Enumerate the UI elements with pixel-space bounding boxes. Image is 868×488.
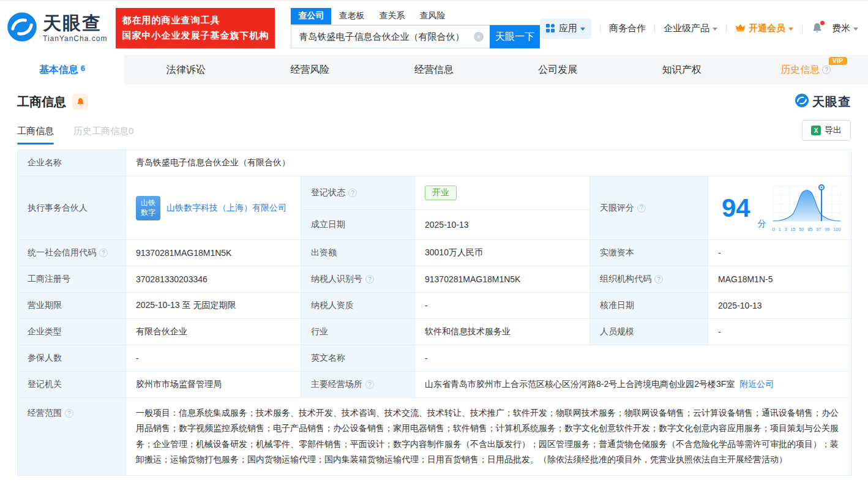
nav-cooperation-label: 商务合作 [609, 23, 646, 34]
tab-label: 经营风险 [290, 64, 329, 77]
notifications-bell-icon[interactable] [811, 22, 823, 34]
search-button[interactable]: 天眼一下 [490, 25, 540, 48]
tab-intellectual-property[interactable]: 知识产权 [620, 55, 744, 84]
search-tab-risk[interactable]: 查风险 [412, 8, 452, 24]
address-label: 主要经营场所 [301, 372, 415, 398]
logo-title: 天眼查 [43, 14, 107, 32]
nav-enterprise-products[interactable]: 企业级产品 [664, 23, 717, 34]
main-content: 工商信息 天眼查 工商信息 历史工商信息0 导出 [0, 84, 868, 476]
search-tab-boss[interactable]: 查老板 [331, 8, 372, 24]
authority-value: 胶州市市场监督管理局 [126, 372, 301, 398]
divider [654, 24, 655, 32]
company-tab-bar: 基本信息 6 法律诉讼 经营风险 经营信息 公司发展 知识产权 VIP 历史信息 [0, 55, 868, 84]
score-value: 94 [722, 195, 750, 221]
nav-cooperation[interactable]: 商务合作 [609, 23, 646, 34]
help-icon[interactable] [365, 275, 374, 283]
partner-company-link[interactable]: 山铁数字科技（上海）有限公司 [166, 203, 286, 214]
help-icon[interactable] [348, 189, 357, 197]
nearby-companies-link[interactable]: 附近公司 [739, 379, 774, 389]
executive-partner-cell: 山铁 数字 山铁数字科技（上海）有限公司 [126, 176, 301, 240]
partner-avatar[interactable]: 山铁 数字 [136, 196, 160, 220]
taxpayer-id-value: 91370281MAG18M1N5K [415, 266, 590, 293]
divider [802, 24, 803, 32]
taxpayer-id-label: 纳税人识别号 [301, 266, 415, 293]
capital-value: 30010万人民币 [415, 240, 590, 266]
table-row: 工商注册号 370281330203346 纳税人识别号 91370281MAG… [18, 266, 851, 293]
tab-legal[interactable]: 法律诉讼 [124, 55, 249, 84]
scope-value: 一般项目：信息系统集成服务；技术服务、技术开发、技术咨询、技术交流、技术转让、技… [126, 398, 851, 476]
corner-logo-text: 天眼查 [812, 94, 851, 110]
tab-history-info[interactable]: VIP 历史信息 [744, 55, 868, 84]
address-value: 山东省青岛市胶州市上合示范区核心区汾河路8-2号上合跨境电商创业园2号楼3F室 [425, 379, 735, 389]
search-tab-relation[interactable]: 查关系 [372, 8, 412, 24]
help-icon[interactable] [822, 66, 831, 74]
divider [600, 24, 600, 32]
reg-status-label: 登记状态 [301, 176, 415, 210]
tab-operation-risk[interactable]: 经营风险 [248, 55, 372, 84]
nav-enterprise-label: 企业级产品 [664, 23, 709, 34]
subtab-history-business-info[interactable]: 历史工商信息0 [73, 126, 133, 145]
help-icon[interactable] [99, 249, 108, 257]
table-row: 经营范围 一般项目：信息系统集成服务；技术服务、技术开发、技术咨询、技术交流、技… [18, 398, 851, 476]
table-row: 统一社会信用代码 91370281MAG18M1N5K 出资额 30010万人民… [18, 240, 851, 266]
score-unit: 分 [758, 219, 766, 232]
chevron-down-icon [713, 28, 717, 31]
apps-grid-icon [546, 24, 555, 32]
nav-user-menu[interactable]: 费米 [832, 23, 858, 34]
nav-open-vip[interactable]: 开通会员 [735, 22, 793, 34]
paid-capital-label: 实缴资本 [590, 240, 708, 266]
insured-value: - [126, 345, 301, 372]
tab-label: 历史信息 [780, 64, 820, 77]
staff-size-label: 人员规模 [590, 319, 708, 345]
status-badge: 开业 [425, 186, 457, 200]
help-icon[interactable] [65, 409, 73, 418]
subtab-business-info[interactable]: 工商信息 [17, 126, 54, 145]
paid-capital-value: - [708, 240, 851, 266]
org-code-value: MAG18M1N-5 [708, 266, 851, 293]
score-cell: 94 分 [708, 176, 851, 240]
score-label: 天眼评分 [590, 176, 708, 240]
industry-label: 行业 [301, 319, 415, 345]
nav-vip-label: 开通会员 [749, 23, 785, 34]
search-input[interactable] [291, 25, 490, 48]
nav-apps[interactable]: 应用 [540, 18, 591, 39]
tab-label: 经营信息 [414, 64, 454, 77]
tab-label: 法律诉讼 [166, 64, 206, 77]
score-axis-ticks: 01 315 5085 9799 100 [773, 227, 841, 232]
section-title: 工商信息 [17, 94, 66, 110]
help-icon[interactable] [365, 380, 374, 389]
export-button[interactable]: 导出 [802, 120, 851, 141]
clear-search-icon[interactable] [474, 32, 484, 42]
nav-apps-label: 应用 [559, 23, 577, 34]
insured-label: 参保人数 [18, 345, 126, 372]
company-type-value: 有限合伙企业 [126, 319, 301, 345]
help-icon[interactable] [637, 204, 646, 212]
top-nav: 应用 商务合作 企业级产品 开通会员 费米 [540, 18, 858, 39]
divider [726, 24, 727, 32]
company-name-label: 企业名称 [18, 150, 126, 176]
search-tabs: 查公司 查老板 查关系 查风险 [291, 8, 540, 25]
executive-partner-label: 执行事务合伙人 [18, 176, 126, 240]
industry-value: 软件和信息技术服务业 [415, 319, 590, 345]
establish-date-label: 成立日期 [301, 210, 415, 240]
tianyancha-logo[interactable]: 天眼查 TianYanCha.com [6, 11, 107, 45]
establish-date-value: 2025-10-13 [415, 210, 590, 240]
taxpayer-quality-value: - [415, 293, 590, 319]
help-icon[interactable] [654, 275, 663, 283]
tab-company-development[interactable]: 公司发展 [496, 55, 620, 84]
taxpayer-quality-label: 纳税人资质 [301, 293, 415, 319]
table-row: 参保人数 - 英文名称 - [18, 345, 851, 372]
term-value: 2025-10-13 至 无固定期限 [126, 293, 301, 319]
tab-business-info[interactable]: 经营信息 [372, 55, 496, 84]
corner-logo: 天眼查 [795, 93, 851, 110]
table-row: 登记机关 胶州市市场监督管理局 主要经营场所 山东省青岛市胶州市上合示范区核心区… [18, 372, 851, 398]
subscribe-bell-icon[interactable] [72, 94, 88, 110]
approval-date-value: 2025-10-13 [708, 293, 851, 319]
notification-dot [820, 21, 825, 25]
search-tab-company[interactable]: 查公司 [291, 8, 331, 24]
tab-basic-info[interactable]: 基本信息 6 [0, 55, 124, 84]
table-row: 营业期限 2025-10-13 至 无固定期限 纳税人资质 - 核准日期 202… [18, 293, 851, 319]
tab-label: 基本信息 [39, 64, 78, 77]
vip-badge: VIP [829, 57, 847, 65]
capital-label: 出资额 [301, 240, 415, 266]
